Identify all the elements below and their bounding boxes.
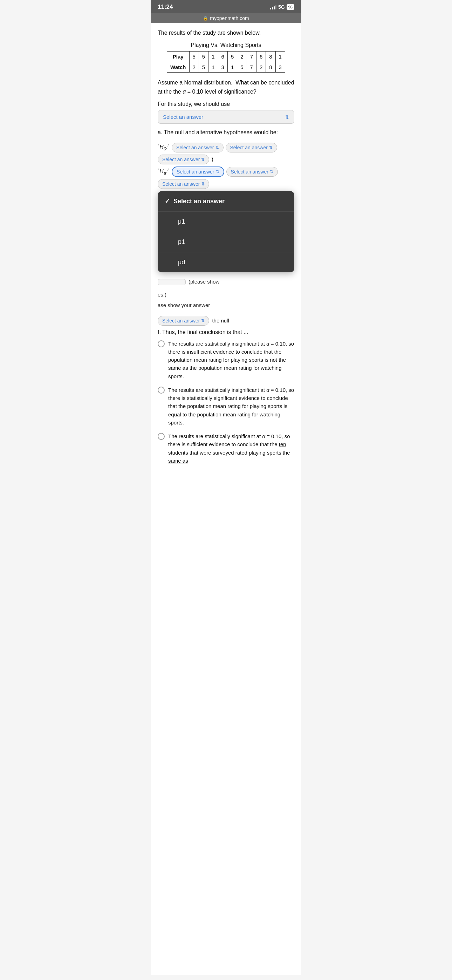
table-row-watch: Watch 2 5 1 3 1 5 7 2 8 3 — [167, 62, 285, 73]
watch-val-1: 2 — [189, 62, 199, 73]
please-show-row: (please show — [158, 278, 294, 289]
ha-row: `Ha:` Select an answer ⇅ Select an answe… — [158, 167, 294, 177]
ha-select-1-label: Select an answer — [177, 169, 214, 175]
radio-button-3[interactable] — [158, 433, 165, 440]
watch-val-4: 3 — [218, 62, 228, 73]
table-title: Playing Vs. Watching Sports — [158, 42, 294, 48]
url-bar: 🔒 myopenmath.com — [151, 13, 301, 23]
h0-row-2: Select an answer ⇅ ) — [158, 154, 294, 164]
dropdown-item-p1[interactable]: p1 — [158, 232, 294, 252]
h0-select-3[interactable]: Select an answer ⇅ — [158, 154, 209, 164]
chevron-icon-ha-3: ⇅ — [201, 181, 205, 186]
watch-val-3: 1 — [208, 62, 218, 73]
table-row-play: Play 5 5 1 6 5 2 7 6 8 1 — [167, 51, 285, 62]
watch-val-8: 2 — [256, 62, 266, 73]
play-val-6: 2 — [237, 51, 247, 62]
ha-select-2-label: Select an answer — [231, 169, 268, 175]
please-show-text: (please show — [188, 278, 220, 286]
url-text: myopenmath.com — [210, 16, 249, 21]
watch-val-2: 5 — [199, 62, 208, 73]
watch-val-5: 1 — [228, 62, 237, 73]
chevron-icon-ha-2: ⇅ — [270, 169, 273, 174]
assume-text: Assume a Normal distribution. What can b… — [158, 78, 294, 96]
watch-label: Watch — [167, 62, 189, 73]
battery-indicator: 96 — [286, 4, 294, 10]
chevron-icon-h0-3: ⇅ — [201, 157, 205, 162]
radio-option-2-text: The results are statistically insignific… — [168, 386, 294, 426]
play-val-8: 6 — [256, 51, 266, 62]
null-select-label: Select an answer — [162, 318, 200, 323]
h0-row: `H0:` Select an answer ⇅ Select an answe… — [158, 143, 294, 153]
network-type: 5G — [278, 4, 285, 10]
chevron-icon-null: ⇅ — [201, 318, 205, 323]
status-right: 5G 96 — [270, 4, 294, 10]
h0-select-2[interactable]: Select an answer ⇅ — [226, 143, 277, 153]
play-val-10: 1 — [275, 51, 285, 62]
chevron-icon-h0-1: ⇅ — [215, 145, 219, 150]
ha-select-3[interactable]: Select an answer ⇅ — [158, 179, 209, 189]
status-bar: 11:24 5G 96 — [151, 0, 301, 13]
play-val-7: 7 — [247, 51, 256, 62]
ase-show-text: ase show your answer — [158, 301, 210, 310]
radio-option-2: The results are statistically insignific… — [158, 386, 294, 426]
h0-select-3-label: Select an answer — [162, 157, 200, 162]
h0-select-2-label: Select an answer — [230, 145, 268, 150]
input-field-b[interactable] — [158, 279, 186, 285]
ha-row-2: Select an answer ⇅ — [158, 179, 294, 189]
h0-close-paren: ) — [211, 156, 213, 162]
play-val-1: 5 — [189, 51, 199, 62]
es-text: es.) — [158, 291, 294, 299]
play-label: Play — [167, 51, 189, 62]
section-f-label: f. Thus, the final conclusion is that ..… — [158, 329, 294, 336]
null-text: the null — [212, 318, 229, 323]
ha-select-2[interactable]: Select an answer ⇅ — [226, 167, 278, 177]
dropdown-item-mud[interactable]: μd — [158, 252, 294, 272]
for-study-select[interactable]: Select an answer ⇅ — [158, 110, 294, 124]
null-select[interactable]: Select an answer ⇅ — [158, 316, 209, 326]
radio-button-2[interactable] — [158, 387, 165, 394]
time-display: 11:24 — [158, 3, 173, 11]
for-study-select-label: Select an answer — [163, 114, 203, 120]
dropdown-item-label-1: μ1 — [178, 218, 185, 225]
ase-show-row: ase show your answer — [158, 301, 294, 312]
play-val-9: 8 — [266, 51, 275, 62]
dropdown-menu: ✓ Select an answer μ1 p1 μd — [158, 191, 294, 272]
play-val-5: 5 — [228, 51, 237, 62]
main-content: The results of the study are shown below… — [151, 23, 301, 975]
watch-val-10: 3 — [275, 62, 285, 73]
radio-option-3: The results are statistically significan… — [158, 432, 294, 465]
intro-text: The results of the study are shown below… — [158, 29, 294, 37]
ha-select-1[interactable]: Select an answer ⇅ — [172, 167, 224, 177]
chevron-icon-h0-2: ⇅ — [269, 145, 272, 150]
dropdown-item-label-2: p1 — [178, 238, 185, 246]
radio-option-1: The results are statistically insignific… — [158, 340, 294, 380]
ha-select-3-label: Select an answer — [162, 181, 200, 187]
watch-val-9: 8 — [266, 62, 275, 73]
dropdown-item-label-3: μd — [178, 259, 185, 266]
part-a-label: a. The null and alternative hypotheses w… — [158, 129, 294, 136]
null-row: Select an answer ⇅ the null — [158, 316, 294, 326]
watch-val-6: 5 — [237, 62, 247, 73]
for-study-label: For this study, we should use — [158, 101, 294, 107]
dropdown-item-select-answer[interactable]: ✓ Select an answer — [158, 191, 294, 212]
h0-select-1[interactable]: Select an answer ⇅ — [172, 143, 223, 153]
watch-val-7: 7 — [247, 62, 256, 73]
h0-label: `H0:` — [158, 144, 170, 151]
dropdown-item-label-0: Select an answer — [173, 198, 224, 205]
check-icon: ✓ — [165, 197, 170, 205]
data-table: Play 5 5 1 6 5 2 7 6 8 1 Watch 2 5 1 3 1… — [167, 51, 285, 73]
dropdown-item-mu1[interactable]: μ1 — [158, 212, 294, 232]
chevron-down-icon: ⇅ — [285, 114, 289, 120]
play-val-2: 5 — [199, 51, 208, 62]
chevron-icon-ha-1: ⇅ — [216, 169, 220, 174]
radio-option-3-text: The results are statistically significan… — [168, 432, 294, 465]
radio-button-1[interactable] — [158, 340, 165, 347]
signal-icon — [270, 5, 277, 10]
h0-select-1-label: Select an answer — [176, 145, 214, 150]
lock-icon: 🔒 — [203, 16, 208, 21]
play-val-4: 6 — [218, 51, 228, 62]
radio-option-1-text: The results are statistically insignific… — [168, 340, 294, 380]
play-val-3: 1 — [208, 51, 218, 62]
ha-label: `Ha:` — [158, 168, 170, 176]
